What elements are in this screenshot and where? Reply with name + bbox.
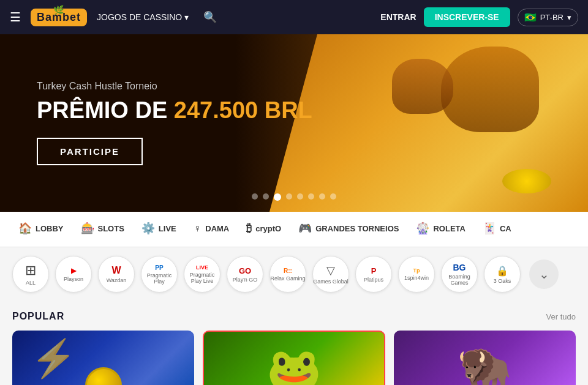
provider-playson[interactable]: ▶ Playson <box>55 256 92 293</box>
carousel-dot-8[interactable] <box>330 193 336 200</box>
game-card-2[interactable]: 🐸 <box>203 331 385 385</box>
ver-tudo-link[interactable]: Ver tudo <box>546 312 576 321</box>
bison-icon: 🦬 <box>457 345 512 386</box>
spin4win-logo: Tp <box>413 267 420 274</box>
provider-playngo-label: Play'n GO <box>233 277 258 283</box>
carousel-dot-5[interactable] <box>297 193 303 200</box>
provider-3oaks[interactable]: 🔒 3 Oaks <box>484 256 521 293</box>
wazdan-logo: W <box>111 265 121 276</box>
provider-spin4win[interactable]: Tp 1spin4win <box>398 256 435 293</box>
chevron-down-icon: ▾ <box>567 13 571 22</box>
hamburger-menu-icon[interactable]: ☰ <box>10 10 21 24</box>
search-icon[interactable]: 🔍 <box>203 10 217 24</box>
coin-visual <box>85 367 122 385</box>
category-lobby-label: LOBBY <box>36 224 64 233</box>
login-button[interactable]: ENTRAR <box>380 12 416 22</box>
dama-icon: ♀ <box>194 222 202 235</box>
category-lobby[interactable]: 🏠 LOBBY <box>10 212 72 247</box>
provider-all-label: ALL <box>26 280 36 286</box>
hero-cta-button[interactable]: PARTICIPE <box>37 138 143 165</box>
hero-rock-2 <box>392 59 453 114</box>
hero-subtitle: Turkey Cash Hustle Torneio <box>37 81 312 92</box>
game-card-3[interactable]: 🦬 <box>394 331 576 385</box>
category-ca-label: CA <box>500 224 511 233</box>
slots-icon: 🎰 <box>81 222 94 235</box>
lobby-icon: 🏠 <box>18 222 32 235</box>
playson-logo: ▶ <box>71 267 76 275</box>
provider-more-button[interactable]: ⌄ <box>529 260 559 289</box>
category-roleta-label: ROLETA <box>433 224 465 233</box>
lang-label: PT-BR <box>540 13 564 22</box>
category-slots-label: SLOTS <box>98 224 124 233</box>
hero-title-prefix: PRÊMIO DE <box>37 97 174 123</box>
category-grandes[interactable]: 🎮 GRANDES TORNEIOS <box>290 212 407 247</box>
hero-rock-1 <box>441 47 539 132</box>
category-grandes-label: GRANDES TORNEIOS <box>315 224 399 233</box>
carousel-dot-2[interactable] <box>263 193 269 200</box>
category-dama[interactable]: ♀ DAMA <box>185 212 238 247</box>
game-card-1[interactable]: ⚡ <box>12 331 194 385</box>
header-left: ☰ 🌿 Bambet JOGOS DE CASSINO ▾ 🔍 <box>10 9 368 26</box>
provider-all[interactable]: ⊞ ALL <box>12 256 49 293</box>
carousel-dot-4[interactable] <box>286 193 292 200</box>
provider-platipus[interactable]: P Platipus <box>355 256 392 293</box>
hero-coins <box>502 169 551 193</box>
games-grid: ⚡ 🐸 🦬 <box>12 331 576 385</box>
language-selector[interactable]: 🇧🇷 PT-BR ▾ <box>518 9 578 26</box>
category-live-label: LIVE <box>159 224 176 233</box>
logo[interactable]: 🌿 Bambet <box>31 9 87 26</box>
crypto-icon: ₿ <box>246 222 252 235</box>
platipus-logo: P <box>371 266 377 275</box>
provider-wazdan[interactable]: W Wazdan <box>98 256 135 293</box>
category-ca[interactable]: 🃏 CA <box>474 212 520 247</box>
hero-banner: Turkey Cash Hustle Torneio PRÊMIO DE 247… <box>0 34 588 212</box>
provider-playson-label: Playson <box>64 276 83 282</box>
provider-filter: ⊞ ALL ▶ Playson W Wazdan PP Pragmatic Pl… <box>0 247 588 301</box>
carousel-dot-6[interactable] <box>308 193 314 200</box>
category-roleta[interactable]: 🎡 ROLETA <box>407 212 473 247</box>
nav-casino-games[interactable]: JOGOS DE CASSINO ▾ <box>97 12 189 22</box>
hero-prize-amount: 247.500 BRL <box>174 97 312 123</box>
playngo-logo: GO <box>239 266 251 275</box>
provider-pragmatic[interactable]: PP Pragmatic Play <box>141 256 178 293</box>
header: ☰ 🌿 Bambet JOGOS DE CASSINO ▾ 🔍 ENTRAR I… <box>0 0 588 34</box>
games-global-logo: ▽ <box>326 264 335 277</box>
chevron-down-icon: ⌄ <box>539 267 549 282</box>
carousel-dot-7[interactable] <box>319 193 325 200</box>
provider-spin4win-label: 1spin4win <box>404 275 429 281</box>
provider-pragmatic-live[interactable]: LIVE Pragmatic Play Live <box>184 256 221 293</box>
chevron-down-icon: ▾ <box>184 12 189 22</box>
lightning-icon: ⚡ <box>31 337 77 380</box>
booming-logo: BG <box>453 263 466 272</box>
provider-relax-label: Relax Gaming <box>270 275 305 282</box>
popular-title: POPULAR <box>12 311 64 322</box>
roleta-icon: 🎡 <box>416 222 429 235</box>
provider-pragmatic-live-label: Pragmatic Play Live <box>184 272 220 284</box>
signup-button[interactable]: INSCREVER-SE <box>424 7 510 27</box>
provider-games-global-label: Games Global <box>313 278 349 285</box>
all-grid-icon: ⊞ <box>25 263 36 278</box>
nav-casino-label: JOGOS DE CASSINO <box>97 12 182 22</box>
provider-booming-label: Boaming Games <box>442 274 477 286</box>
carousel-dot-1[interactable] <box>252 193 258 200</box>
hero-carousel-dots <box>252 193 336 201</box>
category-slots[interactable]: 🎰 SLOTS <box>72 212 133 247</box>
pragmatic-live-logo: LIVE <box>196 264 208 271</box>
category-live[interactable]: ⚙️ LIVE <box>133 212 185 247</box>
ca-icon: 🃏 <box>483 222 496 235</box>
hero-title: PRÊMIO DE 247.500 BRL <box>37 98 312 124</box>
popular-section: POPULAR Ver tudo ⚡ 🐸 🦬 <box>0 301 588 385</box>
category-crypto[interactable]: ₿ cryptO <box>238 212 290 247</box>
category-dama-label: DAMA <box>205 224 229 233</box>
pragmatic-logo: PP <box>155 264 163 271</box>
hero-content: Turkey Cash Hustle Torneio PRÊMIO DE 247… <box>0 81 349 166</box>
carousel-dot-3[interactable] <box>274 193 281 201</box>
logo-leaf-icon: 🌿 <box>53 5 64 15</box>
provider-relax[interactable]: R:: Relax Gaming <box>270 256 306 293</box>
provider-playngo[interactable]: GO Play'n GO <box>227 256 263 293</box>
provider-games-global[interactable]: ▽ Games Global <box>312 256 349 293</box>
flag-icon: 🇧🇷 <box>524 12 537 23</box>
frog-icon: 🐸 <box>266 345 322 386</box>
provider-booming[interactable]: BG Boaming Games <box>441 256 478 293</box>
3oaks-logo: 🔒 <box>496 265 508 277</box>
